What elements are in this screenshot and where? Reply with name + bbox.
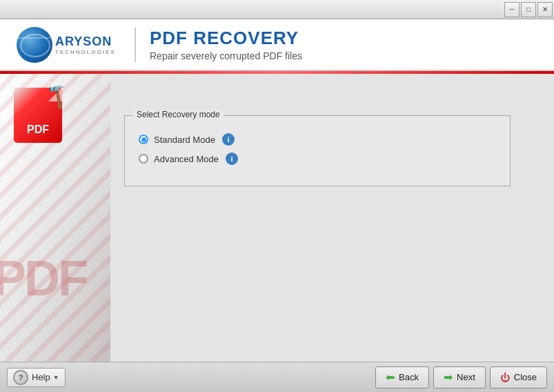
header-title-area: PDF RECOVERY Repair severely corrupted P…	[150, 28, 544, 61]
help-icon: ?	[13, 370, 28, 385]
sidebar-watermark: PDF	[0, 250, 86, 306]
logo-name: ARYSON	[55, 35, 116, 49]
standard-mode-info-icon[interactable]: i	[222, 133, 235, 146]
logo-area: ARYSON TECHNOLOGIES	[10, 24, 121, 66]
help-dropdown-arrow-icon: ▼	[53, 374, 59, 381]
radio-dot	[141, 137, 146, 142]
back-arrow-icon: ⬅	[386, 371, 395, 384]
next-button[interactable]: ➡ Next	[433, 366, 486, 389]
window-close-button[interactable]: ✕	[537, 2, 553, 17]
main-window: ARYSON TECHNOLOGIES PDF RECOVERY Repair …	[0, 19, 554, 392]
logo-text: ARYSON TECHNOLOGIES	[55, 35, 116, 55]
next-label: Next	[457, 372, 475, 382]
help-label: Help	[32, 372, 50, 382]
advanced-mode-label: Advanced Mode	[154, 154, 219, 164]
main-content: Select Recovery mode Standard Mode i Adv…	[110, 74, 554, 362]
app-title: PDF RECOVERY	[150, 28, 544, 49]
standard-mode-label: Standard Mode	[154, 135, 215, 145]
recovery-mode-legend: Select Recovery mode	[133, 110, 224, 119]
logo-tagline: TECHNOLOGIES	[55, 49, 116, 55]
header: ARYSON TECHNOLOGIES PDF RECOVERY Repair …	[0, 19, 554, 71]
app-subtitle: Repair severely corrupted PDF files	[150, 50, 544, 61]
help-button[interactable]: ? Help ▼	[7, 368, 66, 387]
back-button[interactable]: ⬅ Back	[375, 366, 429, 389]
logo-circle	[10, 24, 59, 66]
back-label: Back	[399, 372, 419, 382]
maximize-button[interactable]: □	[521, 2, 536, 17]
standard-mode-radio[interactable]	[139, 135, 148, 144]
recovery-mode-group: Select Recovery mode Standard Mode i Adv…	[124, 115, 511, 186]
content-area: 🔨 PDF Select Recovery mode Standard Mode…	[0, 74, 554, 362]
minimize-button[interactable]: ─	[504, 2, 520, 17]
advanced-mode-info-icon[interactable]: i	[226, 153, 238, 165]
advanced-mode-radio[interactable]	[139, 154, 148, 164]
close-button[interactable]: ⏻ Close	[490, 366, 547, 389]
close-label: Close	[514, 372, 537, 382]
power-icon: ⏻	[500, 372, 510, 383]
header-divider	[135, 28, 136, 62]
advanced-mode-option[interactable]: Advanced Mode i	[139, 153, 496, 165]
titlebar: ─ □ ✕	[0, 0, 554, 19]
logo-globe	[17, 27, 52, 63]
next-arrow-icon: ➡	[444, 371, 453, 384]
pdf-icon-area: 🔨	[14, 88, 76, 150]
footer: ? Help ▼ ⬅ Back ➡ Next ⏻ Close	[0, 362, 554, 392]
standard-mode-option[interactable]: Standard Mode i	[139, 133, 496, 146]
sidebar: 🔨 PDF	[0, 74, 110, 362]
